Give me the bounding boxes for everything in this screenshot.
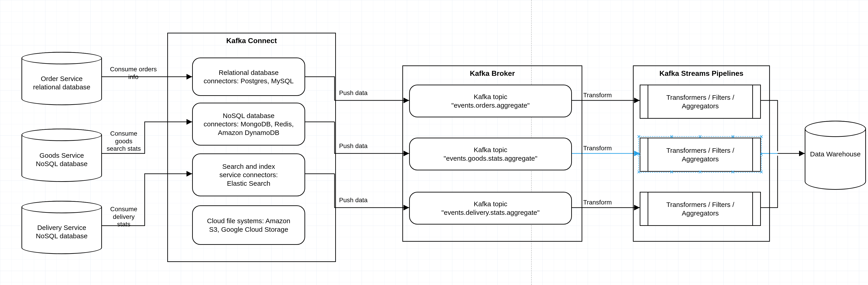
pipeline-1[interactable]: Transformers / Filters / Aggregators xyxy=(640,84,761,119)
edge-label-transform-3: Transform xyxy=(583,199,624,206)
topic-goods-label: Kafka topic "events.goods.stats.aggregat… xyxy=(444,146,537,163)
topic-orders-label: Kafka topic "events.orders.aggregate" xyxy=(452,93,530,109)
db-goods-service-label: Goods Service NoSQL database xyxy=(22,151,101,168)
db-delivery-service-label: Delivery Service NoSQL database xyxy=(22,223,101,240)
pipeline-bar-right-icon xyxy=(752,138,760,171)
edge-label-push-1: Push data xyxy=(339,89,380,97)
frame-kafka-broker-title: Kafka Broker xyxy=(403,69,582,78)
topic-delivery[interactable]: Kafka topic "events.delivery.stats.aggre… xyxy=(409,192,572,224)
pipeline-bar-left-icon xyxy=(640,192,648,225)
pipeline-3-label: Transformers / Filters / Aggregators xyxy=(666,201,735,217)
edge-label-consume-orders: Consume orders info xyxy=(104,65,163,80)
edge-label-transform-1: Transform xyxy=(583,92,624,99)
topic-goods[interactable]: Kafka topic "events.goods.stats.aggregat… xyxy=(409,138,572,170)
db-data-warehouse[interactable]: Data Warehouse xyxy=(805,121,866,190)
db-goods-service[interactable]: Goods Service NoSQL database xyxy=(22,129,102,182)
edge-label-consume-goods: Consume goods search stats xyxy=(104,130,144,152)
connector-nosql-label: NoSQL database connectors: MongoDB, Redi… xyxy=(204,111,294,137)
edge-label-transform-2: Transform xyxy=(583,144,624,152)
db-delivery-service[interactable]: Delivery Service NoSQL database xyxy=(22,201,102,254)
connector-search-label: Search and index service connectors: Ela… xyxy=(219,162,278,188)
db-order-service-label: Order Service relational database xyxy=(22,74,101,92)
edge-label-consume-delivery: Consume delivery stats xyxy=(104,205,144,228)
connector-relational-label: Relational database connectors: Postgres… xyxy=(204,68,294,85)
pipeline-2[interactable]: Transformers / Filters / Aggregators xyxy=(640,138,761,172)
connector-cloud-label: Cloud file systems: Amazon S3, Google Cl… xyxy=(207,217,290,234)
db-data-warehouse-label: Data Warehouse xyxy=(805,150,865,158)
pipeline-1-label: Transformers / Filters / Aggregators xyxy=(666,93,735,110)
connector-relational[interactable]: Relational database connectors: Postgres… xyxy=(192,58,305,96)
edge-label-push-2: Push data xyxy=(339,142,380,150)
frame-kafka-connect-title: Kafka Connect xyxy=(168,37,335,45)
pipeline-3[interactable]: Transformers / Filters / Aggregators xyxy=(640,192,761,226)
edge-label-push-3: Push data xyxy=(339,196,380,204)
pipeline-bar-right-icon xyxy=(752,85,760,118)
pipeline-bar-left-icon xyxy=(640,138,648,171)
connector-search[interactable]: Search and index service connectors: Ela… xyxy=(192,153,305,196)
topic-delivery-label: Kafka topic "events.delivery.stats.aggre… xyxy=(441,200,539,217)
pipeline-bar-right-icon xyxy=(752,192,760,225)
topic-orders[interactable]: Kafka topic "events.orders.aggregate" xyxy=(409,84,572,117)
pipeline-bar-left-icon xyxy=(640,85,648,118)
connector-nosql[interactable]: NoSQL database connectors: MongoDB, Redi… xyxy=(192,103,305,146)
pipeline-2-label: Transformers / Filters / Aggregators xyxy=(666,146,735,163)
frame-kafka-streams-title: Kafka Streams Pipelines xyxy=(633,69,769,78)
connector-cloud[interactable]: Cloud file systems: Amazon S3, Google Cl… xyxy=(192,205,305,245)
db-order-service[interactable]: Order Service relational database xyxy=(22,52,102,105)
